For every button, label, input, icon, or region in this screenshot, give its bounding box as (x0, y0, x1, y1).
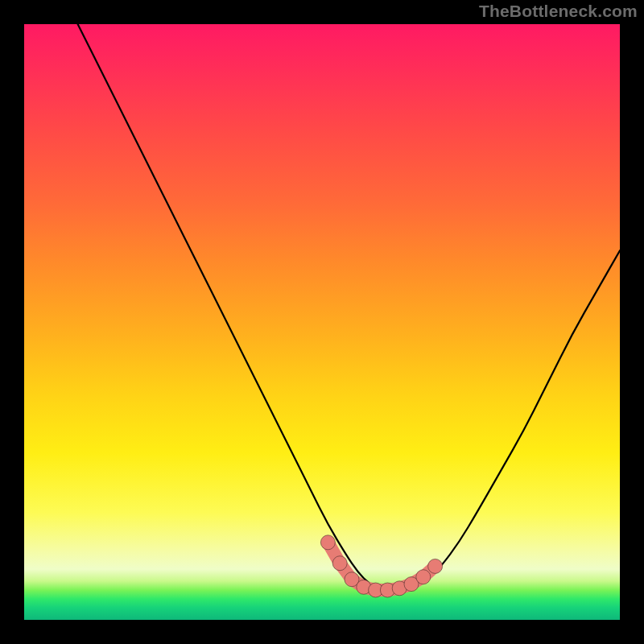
highlight-point (416, 570, 431, 584)
highlight-point (332, 556, 347, 571)
watermark-text: TheBottleneck.com (479, 2, 638, 21)
plot-area (24, 24, 620, 620)
curve-layer (24, 24, 620, 620)
chart-frame: TheBottleneck.com (0, 0, 644, 644)
bottleneck-curve (78, 24, 620, 590)
highlight-point (320, 535, 335, 550)
highlight-point (428, 559, 443, 573)
